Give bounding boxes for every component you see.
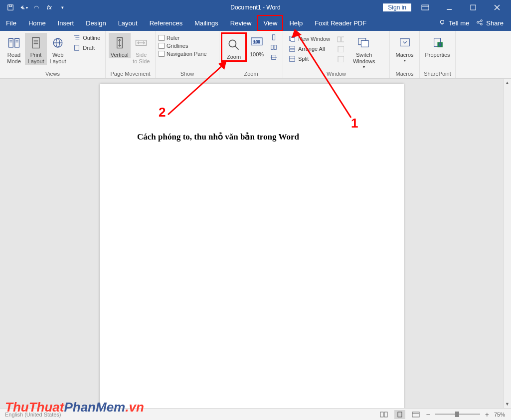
menu-foxit[interactable]: Foxit Reader PDF [309, 15, 372, 31]
close-icon[interactable] [487, 2, 507, 12]
svg-line-14 [479, 22, 481, 23]
minimize-icon[interactable] [439, 2, 459, 12]
read-mode-view-icon[interactable] [378, 410, 389, 419]
svg-rect-38 [272, 35, 275, 40]
group-page-movement: Vertical Side to Side Page Movement [106, 31, 156, 78]
menu-references[interactable]: References [144, 15, 188, 31]
maximize-icon[interactable] [463, 2, 483, 12]
sign-in-button[interactable]: Sign in [383, 3, 411, 11]
vertical-label: Vertical [111, 52, 129, 58]
menu-review[interactable]: Review [224, 15, 258, 31]
sync-scroll-button [335, 44, 346, 54]
hundred-percent-icon: 100 [249, 34, 265, 50]
split-button[interactable]: Split [286, 54, 332, 64]
read-mode-button[interactable]: Read Mode [3, 33, 25, 65]
qat-more-icon[interactable]: ▾ [57, 2, 68, 13]
outline-button[interactable]: Outline [71, 33, 102, 43]
zoom-button[interactable]: Zoom [221, 32, 247, 62]
vertical-scrollbar[interactable]: ▲ ▼ [503, 79, 511, 408]
one-page-button[interactable] [268, 32, 280, 42]
tell-me-label: Tell me [449, 19, 469, 27]
menu-file[interactable]: File [0, 15, 22, 31]
group-zoom: Zoom 100 100% Zoom [219, 31, 283, 78]
menu-view[interactable]: View [257, 15, 283, 31]
side-to-side-button[interactable]: Side to Side [131, 33, 153, 65]
one-page-icon [270, 33, 278, 41]
arrange-all-button[interactable]: Arrange All [286, 44, 332, 54]
menu-design[interactable]: Design [80, 15, 112, 31]
group-window: New Window Arrange All Split Switch Wind… [283, 31, 390, 78]
status-bar: English (United States) − + 75% [0, 408, 511, 420]
document-area[interactable]: Cách phóng to, thu nhỏ văn bản trong Wor… [0, 79, 503, 408]
hundred-percent-button[interactable]: 100 100% [247, 32, 267, 58]
zoom-level[interactable]: 75% [494, 412, 505, 418]
undo-icon[interactable]: ▾ [18, 2, 29, 13]
web-layout-view-icon[interactable] [410, 410, 421, 419]
scroll-up-icon[interactable]: ▲ [504, 79, 511, 87]
show-group-label: Show [156, 71, 219, 78]
page-width-button[interactable] [268, 52, 280, 62]
draft-button[interactable]: Draft [71, 43, 102, 53]
svg-rect-45 [290, 46, 295, 48]
group-sharepoint: S Properties SharePoint [420, 31, 456, 78]
menu-bar: File Home Insert Design Layout Reference… [0, 15, 511, 31]
nav-pane-label: Navigation Pane [167, 51, 207, 57]
document-text[interactable]: Cách phóng to, thu nhỏ văn bản trong Wor… [137, 132, 299, 142]
reset-window-button [335, 54, 346, 64]
vertical-button[interactable]: Vertical [109, 33, 131, 58]
ruler-checkbox[interactable]: Ruler [159, 34, 207, 42]
svg-line-13 [479, 21, 481, 22]
chevron-down-icon: ▾ [404, 58, 406, 63]
print-layout-view-icon[interactable] [394, 410, 405, 419]
save-icon[interactable] [5, 2, 16, 13]
web-layout-button[interactable]: Web Layout [47, 33, 69, 65]
macros-button[interactable]: Macros ▾ [393, 33, 416, 63]
switch-windows-button[interactable]: Switch Windows ▾ [349, 33, 379, 70]
zoom-out-button[interactable]: − [426, 411, 430, 419]
menu-insert[interactable]: Insert [52, 15, 80, 31]
page-width-icon [270, 53, 278, 61]
share-button[interactable]: Share [476, 19, 504, 27]
menu-layout[interactable]: Layout [112, 15, 144, 31]
zoom-slider-thumb[interactable] [455, 412, 459, 417]
draft-icon [73, 44, 81, 52]
menu-home[interactable]: Home [22, 15, 52, 31]
ribbon-display-icon[interactable] [415, 2, 435, 12]
svg-rect-1 [9, 5, 11, 7]
zoom-label: Zoom [227, 54, 241, 60]
print-layout-button[interactable]: Print Layout [25, 33, 47, 65]
outline-label: Outline [83, 35, 100, 41]
chevron-down-icon: ▾ [363, 65, 365, 70]
gridlines-checkbox[interactable]: Gridlines [159, 42, 207, 50]
scroll-down-icon[interactable]: ▼ [504, 400, 511, 408]
fx-icon: fx [44, 2, 55, 13]
sync-scroll-icon [337, 45, 344, 53]
ribbon: Read Mode Print Layout Web Layout Outlin… [0, 31, 511, 79]
group-macros: Macros ▾ Macros [390, 31, 420, 78]
multi-page-button[interactable] [268, 42, 280, 52]
document-page[interactable]: Cách phóng to, thu nhỏ văn bản trong Wor… [100, 84, 404, 408]
zoom-in-button[interactable]: + [485, 411, 489, 419]
menu-help[interactable]: Help [283, 15, 309, 31]
svg-rect-55 [400, 39, 409, 46]
svg-rect-52 [338, 56, 344, 62]
svg-rect-49 [338, 37, 341, 42]
svg-text:100: 100 [253, 40, 260, 44]
new-window-button[interactable]: New Window [286, 34, 332, 44]
checkbox-icon [159, 43, 165, 49]
svg-rect-29 [75, 45, 79, 51]
svg-point-11 [481, 19, 483, 21]
properties-button[interactable]: S Properties [423, 33, 452, 58]
nav-pane-checkbox[interactable]: Navigation Pane [159, 50, 207, 58]
tell-me[interactable]: Tell me [439, 19, 469, 27]
svg-rect-5 [471, 5, 476, 10]
zoom-slider[interactable] [435, 414, 480, 415]
group-show: Ruler Gridlines Navigation Pane Show [156, 31, 219, 78]
svg-rect-44 [291, 37, 295, 41]
status-language[interactable]: English (United States) [0, 412, 61, 418]
redo-icon[interactable] [31, 2, 42, 13]
properties-icon: S [430, 35, 446, 51]
menu-mailings[interactable]: Mailings [188, 15, 224, 31]
view-side-by-side-button [335, 34, 346, 44]
split-icon [288, 55, 296, 63]
